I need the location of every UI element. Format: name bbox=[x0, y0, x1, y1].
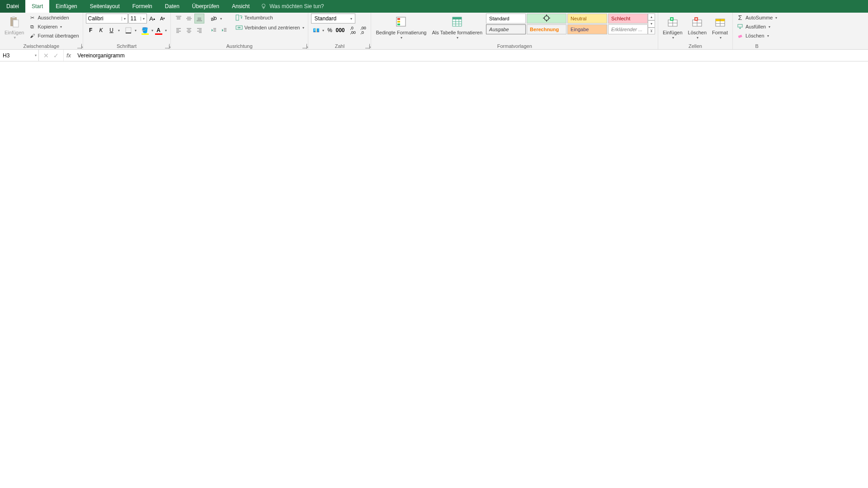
dialog-launcher-icon[interactable] bbox=[77, 44, 82, 48]
svg-point-0 bbox=[262, 4, 265, 7]
dialog-launcher-icon[interactable] bbox=[302, 44, 307, 48]
font-name-select[interactable]: Calibri ▾ bbox=[86, 14, 128, 23]
decrease-font-button[interactable]: A▾ bbox=[158, 14, 168, 23]
number-format-value: Standard bbox=[314, 15, 349, 22]
fill-button[interactable]: Ausfüllen ▾ bbox=[736, 23, 778, 31]
styles-scroll-down[interactable]: ▾ bbox=[648, 20, 655, 27]
svg-rect-2 bbox=[12, 16, 15, 18]
tab-data[interactable]: Daten bbox=[159, 0, 186, 13]
thousands-button[interactable]: 000 bbox=[335, 25, 345, 35]
group-alignment: ab ▾ Textumbruch bbox=[171, 13, 309, 49]
cancel-formula-button[interactable]: ✕ bbox=[43, 52, 49, 59]
tab-view[interactable]: Ansicht bbox=[226, 0, 256, 13]
group-label-number: Zahl bbox=[311, 42, 368, 49]
dropdown-arrow-icon: ▾ bbox=[302, 26, 304, 30]
confirm-formula-button[interactable]: ✓ bbox=[53, 52, 59, 59]
name-box[interactable]: H3 ▾ bbox=[0, 50, 39, 61]
tab-insert[interactable]: Einfügen bbox=[49, 0, 83, 13]
dropdown-arrow-icon[interactable]: ▾ bbox=[151, 28, 153, 33]
paste-button[interactable]: Einfügen ▼ bbox=[3, 14, 26, 41]
fill-label: Ausfüllen bbox=[745, 24, 766, 29]
dropdown-arrow-icon[interactable]: ▾ bbox=[220, 17, 222, 21]
format-cells-button[interactable]: Format ▾ bbox=[710, 14, 730, 41]
font-size-select[interactable]: 11 ▾ bbox=[128, 14, 147, 23]
decrease-indent-button[interactable] bbox=[209, 25, 219, 35]
table-format-label: Als Tabelle formatieren bbox=[432, 30, 482, 36]
tab-file[interactable]: Datei bbox=[0, 0, 25, 13]
orientation-button[interactable]: ab bbox=[209, 14, 219, 23]
tab-formulas[interactable]: Formeln bbox=[126, 0, 159, 13]
align-right-button[interactable] bbox=[194, 25, 204, 35]
underline-button[interactable]: U bbox=[107, 25, 117, 35]
align-middle-icon bbox=[186, 15, 192, 22]
dropdown-arrow-icon[interactable]: ▾ bbox=[135, 28, 137, 33]
cursor-crosshair-icon bbox=[543, 14, 550, 23]
tab-start[interactable]: Start bbox=[25, 0, 49, 13]
italic-button[interactable]: K bbox=[96, 25, 106, 35]
percent-button[interactable]: % bbox=[325, 25, 335, 35]
style-gut[interactable] bbox=[527, 14, 566, 23]
align-left-button[interactable] bbox=[174, 25, 184, 35]
group-label-alignment: Ausrichtung bbox=[174, 42, 306, 49]
dialog-launcher-icon[interactable] bbox=[165, 44, 170, 48]
fx-icon[interactable]: fx bbox=[64, 50, 74, 61]
increase-decimal-button[interactable]: ,0,00 bbox=[348, 25, 358, 35]
svg-rect-3 bbox=[13, 20, 19, 27]
copy-button[interactable]: ⧉ Kopieren ▾ bbox=[28, 23, 80, 31]
align-bottom-icon bbox=[196, 15, 203, 22]
number-format-select[interactable]: Standard ▾ bbox=[311, 14, 355, 23]
dropdown-arrow-icon[interactable]: ▾ bbox=[322, 28, 324, 33]
currency-button[interactable]: 💶 bbox=[311, 25, 321, 35]
increase-indent-button[interactable] bbox=[219, 25, 229, 35]
autosum-button[interactable]: Σ AutoSumme ▾ bbox=[736, 14, 778, 22]
font-color-button[interactable]: A bbox=[154, 25, 164, 35]
merge-icon bbox=[236, 24, 243, 31]
clear-button[interactable]: Löschen ▾ bbox=[736, 32, 778, 40]
style-ausgabe[interactable]: Ausgabe bbox=[486, 24, 526, 34]
align-left-icon bbox=[175, 27, 182, 33]
group-label-font: Schriftart bbox=[86, 42, 168, 49]
table-format-icon bbox=[450, 14, 464, 29]
fill-color-button[interactable]: 🪣 bbox=[140, 25, 150, 35]
align-middle-button[interactable] bbox=[184, 14, 194, 23]
format-painter-button[interactable]: 🖌 Format übertragen bbox=[28, 32, 80, 40]
dropdown-arrow-icon: ▾ bbox=[720, 36, 722, 40]
tab-pagelayout[interactable]: Seitenlayout bbox=[84, 0, 126, 13]
svg-rect-38 bbox=[397, 23, 400, 25]
align-top-button[interactable] bbox=[174, 14, 184, 23]
border-icon bbox=[125, 27, 132, 33]
align-center-icon bbox=[186, 27, 192, 33]
style-eingabe[interactable]: Eingabe bbox=[567, 24, 607, 34]
style-berechnung[interactable]: Berechnung bbox=[527, 24, 566, 34]
align-bottom-button[interactable] bbox=[194, 14, 204, 23]
group-number: Standard ▾ 💶 ▾ % 000 ,0,00 ,00,0 Zahl bbox=[308, 13, 371, 49]
styles-expand[interactable]: ⊻ bbox=[648, 28, 655, 34]
styles-scroll-up[interactable]: ▴ bbox=[648, 14, 655, 20]
format-as-table-button[interactable]: Als Tabelle formatieren ▾ bbox=[430, 14, 484, 41]
border-button[interactable] bbox=[123, 25, 133, 35]
dropdown-arrow-icon: ▾ bbox=[35, 53, 37, 57]
group-styles: Bedingte Formatierung ▾ Als Tabelle form… bbox=[371, 13, 658, 49]
dropdown-arrow-icon[interactable]: ▾ bbox=[118, 28, 120, 33]
style-standard[interactable]: Standard bbox=[486, 14, 526, 23]
style-erklaerend[interactable]: Erklärender ... bbox=[608, 24, 648, 34]
decrease-decimal-button[interactable]: ,00,0 bbox=[358, 25, 368, 35]
tab-review[interactable]: Überprüfen bbox=[186, 0, 226, 13]
insert-cells-button[interactable]: Einfügen ▾ bbox=[661, 14, 684, 41]
svg-rect-33 bbox=[236, 15, 239, 20]
wrap-text-button[interactable]: Textumbruch bbox=[235, 14, 306, 22]
bold-button[interactable]: F bbox=[86, 25, 96, 35]
delete-cells-button[interactable]: Löschen ▾ bbox=[686, 14, 709, 41]
style-schlecht[interactable]: Schlecht bbox=[608, 14, 648, 23]
formula-input[interactable]: Vereinorganigramm bbox=[74, 50, 868, 61]
align-center-button[interactable] bbox=[184, 25, 194, 35]
cut-button[interactable]: ✂ Ausschneiden bbox=[28, 14, 80, 22]
tell-me-search[interactable]: Was möchten Sie tun? bbox=[256, 0, 328, 13]
increase-font-button[interactable]: A▴ bbox=[147, 14, 157, 23]
dropdown-arrow-icon[interactable]: ▾ bbox=[165, 28, 167, 33]
conditional-formatting-button[interactable]: Bedingte Formatierung ▾ bbox=[374, 14, 428, 41]
group-clipboard: Einfügen ▼ ✂ Ausschneiden ⧉ Kopieren ▾ 🖌… bbox=[0, 13, 83, 49]
merge-center-button[interactable]: Verbinden und zentrieren ▾ bbox=[235, 23, 306, 32]
style-neutral[interactable]: Neutral bbox=[567, 14, 607, 23]
dialog-launcher-icon[interactable] bbox=[365, 44, 370, 48]
